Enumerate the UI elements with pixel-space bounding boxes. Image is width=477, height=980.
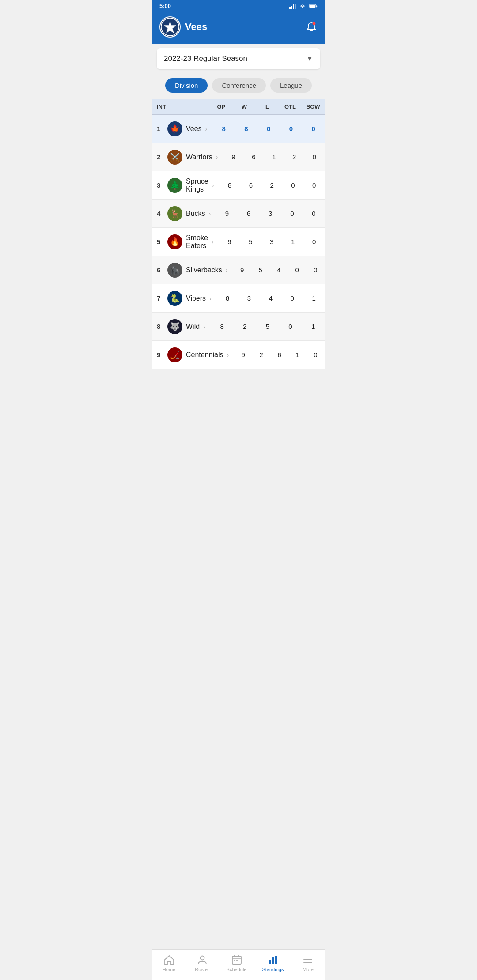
table-row[interactable]: 6 🦍 Silverbacks › 9 5 4 0 0: [152, 256, 325, 284]
otl-4: 0: [281, 210, 303, 217]
gp-8: 8: [211, 323, 234, 330]
tab-division[interactable]: Division: [165, 78, 208, 93]
rank-5: 5: [157, 238, 164, 245]
col-header-gp: GP: [210, 99, 233, 114]
row-chevron-7: ›: [209, 295, 214, 302]
sow-7: 1: [303, 294, 325, 302]
team-cell-2[interactable]: 2 ⚔️ Warriors ›: [152, 146, 223, 168]
l-4: 3: [260, 210, 281, 217]
table-row[interactable]: 3 🌲 Spruce Kings › 8 6 2 0 0: [152, 171, 325, 200]
table-header: INT GP W L OTL SOW: [152, 99, 325, 115]
rank-4: 4: [157, 210, 164, 217]
l-5: 3: [261, 238, 282, 245]
otl-9: 1: [288, 351, 307, 358]
team-name-4: Bucks: [186, 210, 205, 218]
team-cell-1[interactable]: 1 🍁 Vees ›: [152, 118, 212, 140]
team-name-5: Smoke Eaters: [186, 234, 208, 250]
team-cell-8[interactable]: 8 🐺 Wild ›: [152, 316, 211, 338]
tab-conference[interactable]: Conference: [212, 78, 266, 93]
season-chevron: ▼: [306, 55, 313, 63]
svg-rect-1: [291, 6, 292, 9]
l-7: 4: [260, 294, 281, 302]
team-icon-8: 🐺: [167, 319, 182, 334]
l-1: 0: [257, 125, 280, 132]
sow-3: 0: [303, 181, 325, 189]
team-logo: [159, 16, 181, 38]
table-row[interactable]: 5 🔥 Smoke Eaters › 9 5 3 1 0: [152, 228, 325, 256]
rank-3: 3: [157, 181, 164, 189]
team-cell-4[interactable]: 4 🦌 Bucks ›: [152, 203, 216, 225]
header-left: Vees: [159, 16, 207, 38]
status-icons: [289, 4, 318, 9]
l-9: 6: [270, 351, 288, 358]
table-row[interactable]: 1 🍁 Vees › 8 8 0 0 0: [152, 115, 325, 143]
team-icon-5: 🔥: [167, 234, 182, 249]
team-name-7: Vipers: [186, 294, 206, 302]
team-name-1: Vees: [186, 125, 202, 133]
table-row[interactable]: 7 🐍 Vipers › 8 3 4 0 1: [152, 284, 325, 313]
team-cell-5[interactable]: 5 🔥 Smoke Eaters ›: [152, 230, 219, 253]
table-row[interactable]: 2 ⚔️ Warriors › 9 6 1 2 0: [152, 143, 325, 171]
sow-1: 0: [302, 125, 325, 132]
row-chevron-9: ›: [227, 351, 232, 358]
team-name-2: Warriors: [186, 153, 212, 161]
team-icon-2: ⚔️: [167, 150, 182, 165]
rank-8: 8: [157, 323, 164, 330]
gp-3: 8: [219, 181, 240, 189]
row-chevron-3: ›: [212, 182, 217, 189]
otl-3: 0: [283, 181, 304, 189]
l-3: 2: [261, 181, 283, 189]
row-chevron-4: ›: [209, 210, 214, 217]
gp-4: 9: [216, 210, 238, 217]
sow-6: 0: [306, 266, 325, 274]
w-7: 3: [238, 294, 260, 302]
team-icon-1: 🍁: [167, 121, 182, 136]
table-row[interactable]: 9 🏒 Centennials › 9 2 6 1 0: [152, 341, 325, 369]
col-header-sow: SOW: [302, 99, 325, 114]
season-label: 2022-23 Regular Season: [164, 54, 247, 63]
table-row[interactable]: 8 🐺 Wild › 8 2 5 0 1: [152, 313, 325, 341]
team-cell-9[interactable]: 9 🏒 Centennials ›: [152, 344, 234, 366]
gp-9: 9: [234, 351, 252, 358]
row-chevron-8: ›: [203, 323, 208, 330]
team-icon-6: 🦍: [167, 263, 182, 278]
w-2: 6: [243, 153, 264, 161]
svg-rect-2: [293, 4, 294, 9]
rank-9: 9: [157, 351, 164, 358]
col-header-w: W: [233, 99, 256, 114]
team-cell-6[interactable]: 6 🦍 Silverbacks ›: [152, 259, 233, 281]
team-cell-7[interactable]: 7 🐍 Vipers ›: [152, 287, 217, 309]
notification-button[interactable]: [305, 21, 318, 33]
status-bar: 5:00: [152, 0, 325, 12]
app-header: Vees: [152, 12, 325, 44]
w-8: 2: [233, 323, 256, 330]
svg-point-4: [302, 7, 303, 8]
team-icon-7: 🐍: [167, 291, 182, 306]
svg-rect-0: [289, 7, 291, 9]
col-header-l: L: [256, 99, 279, 114]
svg-point-10: [313, 22, 316, 25]
l-6: 4: [269, 266, 288, 274]
table-row[interactable]: 4 🦌 Bucks › 9 6 3 0 0: [152, 200, 325, 228]
wifi-icon: [299, 4, 306, 9]
main-content: 2022-23 Regular Season ▼ Division Confer…: [152, 48, 325, 404]
tab-league[interactable]: League: [270, 78, 312, 93]
team-name-9: Centennials: [186, 351, 223, 359]
otl-6: 0: [288, 266, 307, 274]
svg-rect-7: [309, 5, 315, 8]
col-header-otl: OTL: [279, 99, 302, 114]
rank-6: 6: [157, 266, 164, 274]
team-name-6: Silverbacks: [186, 266, 222, 274]
rank-2: 2: [157, 153, 164, 161]
sow-2: 0: [304, 153, 325, 161]
w-6: 5: [251, 266, 270, 274]
sow-8: 1: [302, 323, 325, 330]
gp-2: 9: [223, 153, 244, 161]
rank-1: 1: [157, 125, 164, 132]
team-icon-9: 🏒: [167, 347, 182, 362]
tabs-container: Division Conference League: [152, 74, 325, 99]
team-cell-3[interactable]: 3 🌲 Spruce Kings ›: [152, 174, 219, 197]
season-selector[interactable]: 2022-23 Regular Season ▼: [157, 48, 320, 69]
w-9: 2: [252, 351, 270, 358]
otl-8: 0: [279, 323, 302, 330]
